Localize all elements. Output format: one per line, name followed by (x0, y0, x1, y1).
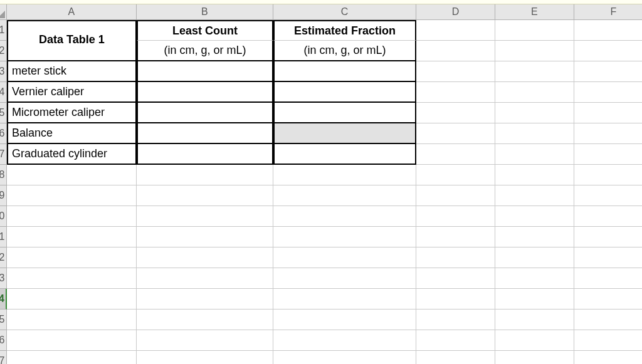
cell-D3[interactable] (416, 61, 495, 82)
cell-B10[interactable] (137, 206, 273, 227)
cell-E16[interactable] (495, 330, 574, 351)
col-header-F[interactable]: F (574, 4, 642, 20)
cell-F12[interactable] (574, 247, 642, 268)
cell-D4[interactable] (416, 82, 495, 103)
cell-F16[interactable] (574, 330, 642, 351)
cell-F14[interactable] (574, 289, 642, 309)
formula-bar[interactable] (0, 0, 642, 4)
col-header-D[interactable]: D (416, 4, 495, 20)
cell-B8[interactable] (137, 165, 273, 185)
cell-B14[interactable] (137, 289, 273, 309)
cell-A17[interactable] (7, 351, 137, 364)
cell-D1[interactable] (416, 20, 495, 41)
row-header-11[interactable]: 1 (0, 227, 7, 247)
cell-D17[interactable] (416, 351, 495, 364)
cell-B12[interactable] (137, 247, 273, 268)
cell-A15[interactable] (7, 309, 137, 330)
cell-D7[interactable] (416, 144, 495, 165)
cell-F4[interactable] (574, 82, 642, 103)
cell-A6[interactable]: Balance (7, 123, 137, 144)
cell-E11[interactable] (495, 227, 574, 247)
cell-E2[interactable] (495, 41, 574, 61)
row-header-16[interactable]: 6 (0, 330, 7, 351)
cell-D11[interactable] (416, 227, 495, 247)
cell-F2[interactable] (574, 41, 642, 61)
row-header-6[interactable]: 6 (0, 123, 7, 144)
col-header-C[interactable]: C (273, 4, 416, 20)
cell-C9[interactable] (273, 185, 416, 206)
cell-A7[interactable]: Graduated cylinder (7, 144, 137, 165)
cell-D14[interactable] (416, 289, 495, 309)
cell-C17[interactable] (273, 351, 416, 364)
row-header-17[interactable]: 7 (0, 351, 7, 364)
row-header-15[interactable]: 5 (0, 309, 7, 330)
cell-C10[interactable] (273, 206, 416, 227)
cell-C1[interactable]: Estimated Fraction (273, 20, 416, 41)
cell-B3[interactable] (137, 61, 273, 82)
cell-E12[interactable] (495, 247, 574, 268)
cell-F8[interactable] (574, 165, 642, 185)
cell-A16[interactable] (7, 330, 137, 351)
cell-F5[interactable] (574, 103, 642, 123)
cell-F6[interactable] (574, 123, 642, 144)
cell-F10[interactable] (574, 206, 642, 227)
row-header-12[interactable]: 2 (0, 247, 7, 268)
cell-A8[interactable] (7, 165, 137, 185)
cell-C4[interactable] (273, 82, 416, 103)
cell-E7[interactable] (495, 144, 574, 165)
cell-F9[interactable] (574, 185, 642, 206)
row-header-2[interactable]: 2 (0, 41, 7, 61)
cell-D13[interactable] (416, 268, 495, 289)
cell-E4[interactable] (495, 82, 574, 103)
cell-D10[interactable] (416, 206, 495, 227)
cell-E8[interactable] (495, 165, 574, 185)
cell-E17[interactable] (495, 351, 574, 364)
cell-D8[interactable] (416, 165, 495, 185)
cell-E1[interactable] (495, 20, 574, 41)
cell-B13[interactable] (137, 268, 273, 289)
cell-F7[interactable] (574, 144, 642, 165)
cell-A14[interactable] (7, 289, 137, 309)
cell-C11[interactable] (273, 227, 416, 247)
cell-A9[interactable] (7, 185, 137, 206)
cell-F15[interactable] (574, 309, 642, 330)
cell-F17[interactable] (574, 351, 642, 364)
cell-E14[interactable] (495, 289, 574, 309)
cell-B6[interactable] (137, 123, 273, 144)
cell-C3[interactable] (273, 61, 416, 82)
row-header-7[interactable]: 7 (0, 144, 7, 165)
row-header-3[interactable]: 3 (0, 61, 7, 82)
cell-E6[interactable] (495, 123, 574, 144)
cell-C15[interactable] (273, 309, 416, 330)
cell-B16[interactable] (137, 330, 273, 351)
cell-A5[interactable]: Micrometer caliper (7, 103, 137, 123)
cell-E5[interactable] (495, 103, 574, 123)
cell-E3[interactable] (495, 61, 574, 82)
cell-F1[interactable] (574, 20, 642, 41)
row-header-5[interactable]: 5 (0, 103, 7, 123)
col-header-E[interactable]: E (495, 4, 574, 20)
cell-C14[interactable] (273, 289, 416, 309)
cell-D2[interactable] (416, 41, 495, 61)
cell-C7[interactable] (273, 144, 416, 165)
cell-C5[interactable] (273, 103, 416, 123)
row-header-10[interactable]: 0 (0, 206, 7, 227)
cell-B4[interactable] (137, 82, 273, 103)
cell-B9[interactable] (137, 185, 273, 206)
cell-E9[interactable] (495, 185, 574, 206)
cell-B2[interactable]: (in cm, g, or mL) (137, 41, 273, 61)
cell-E15[interactable] (495, 309, 574, 330)
cell-C13[interactable] (273, 268, 416, 289)
row-header-13[interactable]: 3 (0, 268, 7, 289)
cell-C16[interactable] (273, 330, 416, 351)
cell-D5[interactable] (416, 103, 495, 123)
cell-D12[interactable] (416, 247, 495, 268)
select-all-corner[interactable] (0, 4, 7, 20)
cell-C6[interactable] (273, 123, 416, 144)
cell-A11[interactable] (7, 227, 137, 247)
cell-C12[interactable] (273, 247, 416, 268)
cell-B5[interactable] (137, 103, 273, 123)
cell-A13[interactable] (7, 268, 137, 289)
cell-E13[interactable] (495, 268, 574, 289)
row-header-14[interactable]: 4 (0, 289, 7, 309)
